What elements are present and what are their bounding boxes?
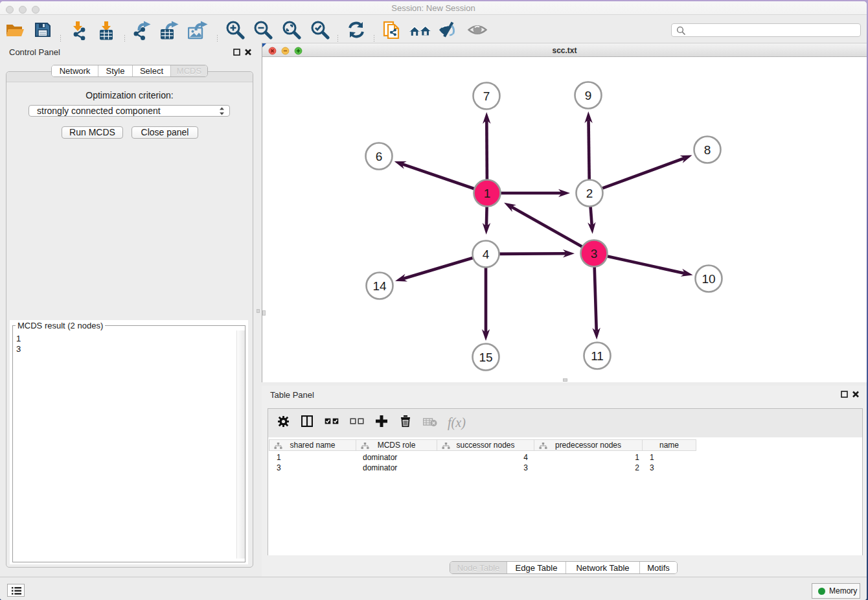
svg-text:8: 8 [704,143,711,157]
svg-text:7: 7 [483,89,490,103]
svg-text:1: 1 [484,187,491,200]
svg-text:14: 14 [372,279,387,293]
svg-text:2: 2 [586,187,593,200]
svg-text:4: 4 [483,248,490,261]
svg-text:9: 9 [585,89,592,102]
svg-text:11: 11 [591,349,604,363]
svg-text:15: 15 [479,351,492,364]
svg-text:10: 10 [702,272,715,286]
svg-text:3: 3 [591,247,598,260]
svg-text:6: 6 [376,150,383,163]
